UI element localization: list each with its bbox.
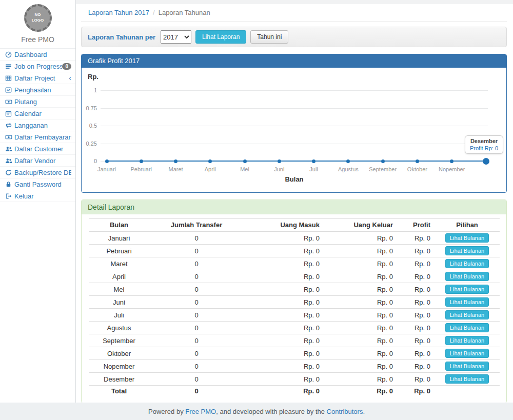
table-row: Oktober0Rp. 0Rp. 0Rp. 0Lihat Bulanan xyxy=(89,347,500,360)
cell-pilihan: Lihat Bulanan xyxy=(435,270,500,283)
lihat-bulanan-button[interactable]: Lihat Bulanan xyxy=(445,374,489,384)
sidebar-item-piutang[interactable]: Piutang xyxy=(0,96,75,108)
y-tick-label: 0.5 xyxy=(82,123,97,129)
lihat-bulanan-button[interactable]: Lihat Bulanan xyxy=(445,285,489,294)
table-row: Pebruari0Rp. 0Rp. 0Rp. 0Lihat Bulanan xyxy=(89,245,500,257)
detail-panel-body: BulanJumlah TransferUang MasukUang Kelua… xyxy=(82,214,506,403)
cell-uang-keluar: Rp. 0 xyxy=(324,231,397,245)
lihat-laporan-button[interactable]: Lihat Laporan xyxy=(195,30,246,44)
lihat-bulanan-button[interactable]: Lihat Bulanan xyxy=(445,259,489,268)
cell-bulan: September xyxy=(89,334,149,347)
chart-line-icon xyxy=(5,87,14,93)
table-row: April0Rp. 0Rp. 0Rp. 0Lihat Bulanan xyxy=(89,270,500,283)
cell-uang-masuk: Rp. 0 xyxy=(244,309,324,322)
sidebar-item-langganan[interactable]: Langganan xyxy=(0,119,75,131)
data-point xyxy=(278,159,281,163)
tahun-ini-button[interactable]: Tahun ini xyxy=(250,30,288,44)
data-point xyxy=(140,159,143,163)
lihat-bulanan-button[interactable]: Lihat Bulanan xyxy=(445,246,489,255)
sidebar-item-calendar[interactable]: Calendar xyxy=(0,108,75,119)
sidebar-item-label: Job on Progress xyxy=(14,63,62,70)
cell-jumlah-transfer: 0 xyxy=(149,257,244,270)
cell-pilihan: Lihat Bulanan xyxy=(435,347,500,360)
sidebar-item-keluar[interactable]: Keluar xyxy=(0,190,75,202)
lihat-bulanan-button[interactable]: Lihat Bulanan xyxy=(445,323,489,332)
lihat-bulanan-button[interactable]: Lihat Bulanan xyxy=(445,272,489,281)
col-header-uang-keluar: Uang Keluar xyxy=(324,219,397,232)
col-header-bulan: Bulan xyxy=(89,219,149,232)
total-pilihan-empty xyxy=(435,386,500,397)
table-row: Juli0Rp. 0Rp. 0Rp. 0Lihat Bulanan xyxy=(89,309,500,322)
profit-chart-panel: Grafik Profit 2017 Rp. Bulan Desember Pr… xyxy=(81,54,507,193)
logo-area: NO LOGO Free PMO xyxy=(0,0,75,49)
detail-report-panel: Detail Laporan BulanJumlah TransferUang … xyxy=(81,199,507,403)
money-icon xyxy=(5,134,14,141)
users-icon xyxy=(5,146,14,152)
cell-profit: Rp. 0 xyxy=(397,309,435,322)
sidebar-item-ganti-password[interactable]: Ganti Password xyxy=(0,178,75,190)
cell-pilihan: Lihat Bulanan xyxy=(435,322,500,334)
cell-pilihan: Lihat Bulanan xyxy=(435,257,500,270)
sidebar-item-daftar-customer[interactable]: Daftar Customer xyxy=(0,143,75,155)
calendar-icon xyxy=(5,110,14,117)
cell-uang-keluar: Rp. 0 xyxy=(324,334,397,347)
footer-app-link[interactable]: Free PMO xyxy=(185,408,216,415)
page: NO LOGO Free PMO DashboardJob on Progres… xyxy=(0,0,513,420)
series-line xyxy=(107,161,486,162)
cell-pilihan: Lihat Bulanan xyxy=(435,296,500,309)
footer-contributors-link[interactable]: Contributors. xyxy=(327,408,365,415)
lihat-bulanan-button[interactable]: Lihat Bulanan xyxy=(445,362,489,371)
cell-uang-keluar: Rp. 0 xyxy=(324,296,397,309)
lihat-bulanan-button[interactable]: Lihat Bulanan xyxy=(445,310,489,319)
cell-jumlah-transfer: 0 xyxy=(149,270,244,283)
lihat-bulanan-button[interactable]: Lihat Bulanan xyxy=(445,297,489,307)
data-point xyxy=(381,159,385,163)
cell-uang-masuk: Rp. 0 xyxy=(244,347,324,360)
table-head: BulanJumlah TransferUang MasukUang Kelua… xyxy=(89,219,500,232)
top-strip xyxy=(76,0,513,4)
sidebar-item-penghasilan[interactable]: Penghasilan xyxy=(0,84,75,96)
monthly-report-table: BulanJumlah TransferUang MasukUang Kelua… xyxy=(89,218,500,396)
table-total-row: Total0Rp. 0Rp. 0Rp. 0 xyxy=(89,386,500,397)
data-point xyxy=(174,159,177,163)
cell-uang-masuk: Rp. 0 xyxy=(244,270,324,283)
sidebar-item-label: Calendar xyxy=(14,110,71,117)
sidebar-item-daftar-vendor[interactable]: Daftar Vendor xyxy=(0,155,75,167)
sidebar-item-daftar-project[interactable]: Daftar Project‹ xyxy=(0,72,75,84)
data-point xyxy=(346,159,350,163)
cell-uang-masuk: Rp. 0 xyxy=(244,373,324,386)
lihat-bulanan-button[interactable]: Lihat Bulanan xyxy=(445,233,489,243)
sidebar-item-dashboard[interactable]: Dashboard xyxy=(0,49,75,61)
col-header-jumlah-transfer: Jumlah Transfer xyxy=(149,219,244,232)
lihat-bulanan-button[interactable]: Lihat Bulanan xyxy=(445,349,489,358)
chevron-left-icon: ‹ xyxy=(69,74,71,82)
cell-pilihan: Lihat Bulanan xyxy=(435,360,500,373)
chart-tooltip-title: Desember xyxy=(470,138,498,144)
breadcrumb-current: Laporan Tahunan xyxy=(159,9,210,16)
cell-bulan: Mei xyxy=(89,283,149,296)
sidebar-item-job-on-progress[interactable]: Job on Progress0 xyxy=(0,61,75,72)
cell-jumlah-transfer: 0 xyxy=(149,309,244,322)
refresh-icon xyxy=(5,169,14,176)
year-select[interactable]: 2017 xyxy=(161,30,191,44)
cell-profit: Rp. 0 xyxy=(397,296,435,309)
data-point xyxy=(312,159,315,163)
logo-placeholder-text: NO LOGO xyxy=(30,12,46,24)
sidebar-item-label: Piutang xyxy=(14,98,71,106)
cell-uang-keluar: Rp. 0 xyxy=(324,373,397,386)
sidebar-item-backup-restore-db[interactable]: Backup/Restore DB xyxy=(0,167,75,178)
cell-pilihan: Lihat Bulanan xyxy=(435,373,500,386)
cell-uang-keluar: Rp. 0 xyxy=(324,257,397,270)
breadcrumb-link-laporan-tahun[interactable]: Laporan Tahun 2017 xyxy=(88,9,149,16)
report-filter-bar: Laporan Tahunan per 2017 Lihat Laporan T… xyxy=(81,27,507,47)
data-point xyxy=(243,159,247,163)
col-header-uang-masuk: Uang Masuk xyxy=(244,219,324,232)
cell-uang-masuk: Rp. 0 xyxy=(244,296,324,309)
data-point-active xyxy=(483,158,489,165)
cell-profit: Rp. 0 xyxy=(397,257,435,270)
footer: Powered by Free PMO, and developed with … xyxy=(0,403,513,420)
sidebar-item-daftar-pembayaran[interactable]: Daftar Pembayaran xyxy=(0,131,75,143)
table-row: Juni0Rp. 0Rp. 0Rp. 0Lihat Bulanan xyxy=(89,296,500,309)
chart-x-axis-label: Bulan xyxy=(101,175,488,183)
lihat-bulanan-button[interactable]: Lihat Bulanan xyxy=(445,336,489,345)
